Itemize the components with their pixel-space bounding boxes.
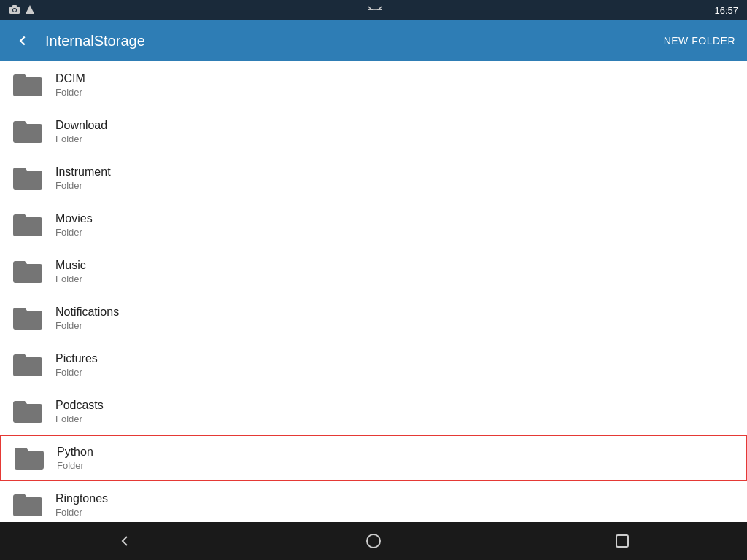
folder-type: Folder <box>55 367 98 378</box>
folder-icon <box>12 304 44 332</box>
folder-icon <box>12 351 44 378</box>
folder-item-pictures[interactable]: Pictures Folder <box>0 341 747 388</box>
folder-icon <box>12 211 44 238</box>
folder-item-music[interactable]: Music Folder <box>0 248 747 295</box>
back-nav-button[interactable] <box>103 526 147 556</box>
folder-type: Folder <box>55 133 107 144</box>
folder-type: Folder <box>55 227 93 238</box>
svg-point-2 <box>13 9 16 12</box>
photo-status-icon <box>9 4 20 17</box>
folder-type: Folder <box>55 180 111 191</box>
center-status-icon <box>368 5 382 16</box>
status-time: 16:57 <box>714 5 738 16</box>
svg-marker-4 <box>26 5 34 14</box>
folder-name: Ringtones <box>55 492 108 505</box>
recents-nav-button[interactable] <box>600 526 644 556</box>
svg-rect-3 <box>12 5 17 7</box>
folder-icon <box>12 257 44 285</box>
folder-item-python[interactable]: Python Folder <box>0 435 747 481</box>
folder-name: DCIM <box>55 72 85 85</box>
folder-name: Download <box>55 119 107 132</box>
folder-icon <box>12 117 44 145</box>
status-bar: 16:57 <box>0 0 747 20</box>
svg-point-6 <box>367 534 380 548</box>
folder-icon <box>12 71 44 98</box>
folder-item-movies[interactable]: Movies Folder <box>0 201 747 248</box>
folder-type: Folder <box>55 507 108 518</box>
folder-name: Instrument <box>55 166 111 179</box>
folder-type: Folder <box>57 460 93 471</box>
folder-name: Pictures <box>55 352 98 365</box>
folder-item-ringtones[interactable]: Ringtones Folder <box>0 481 747 522</box>
bottom-nav <box>0 522 747 560</box>
folder-name: Music <box>55 259 86 272</box>
folder-item-podcasts[interactable]: Podcasts Folder <box>0 388 747 435</box>
folder-item-notifications[interactable]: Notifications Folder <box>0 295 747 341</box>
app-title: InternalStorage <box>45 33 664 50</box>
back-button[interactable] <box>12 30 34 52</box>
folder-type: Folder <box>55 273 86 284</box>
svg-rect-7 <box>616 535 628 547</box>
folder-name: Python <box>57 446 93 459</box>
folder-icon <box>13 444 45 472</box>
folder-list: DCIM Folder Download Folder Instrument F… <box>0 61 747 522</box>
folder-icon <box>12 397 44 425</box>
folder-item-download[interactable]: Download Folder <box>0 108 747 155</box>
folder-type: Folder <box>55 87 85 98</box>
folder-icon <box>12 491 44 518</box>
folder-type: Folder <box>55 320 119 331</box>
folder-name: Movies <box>55 212 93 225</box>
folder-item-dcim[interactable]: DCIM Folder <box>0 61 747 108</box>
folder-icon <box>12 164 44 192</box>
app-bar: InternalStorage NEW FOLDER <box>0 20 747 61</box>
home-nav-button[interactable] <box>352 526 395 556</box>
folder-name: Notifications <box>55 306 119 319</box>
folder-type: Folder <box>55 413 104 424</box>
status-icons <box>9 4 35 17</box>
new-folder-button[interactable]: NEW FOLDER <box>664 35 735 47</box>
folder-name: Podcasts <box>55 399 104 412</box>
folder-item-instrument[interactable]: Instrument Folder <box>0 155 747 201</box>
notification-status-icon <box>25 4 35 17</box>
